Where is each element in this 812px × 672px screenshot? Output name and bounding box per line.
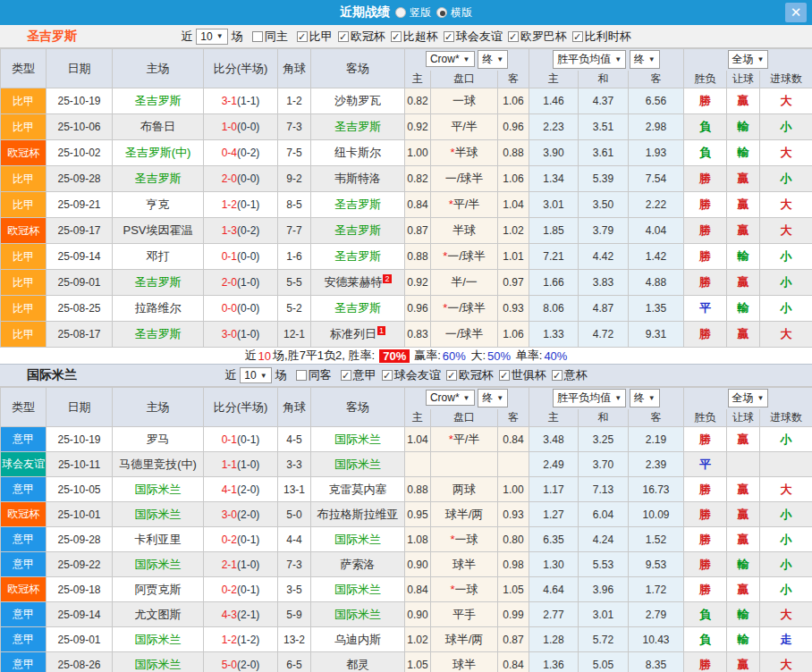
avg-home: 3.01 bbox=[529, 192, 579, 218]
radio-icon[interactable] bbox=[395, 7, 406, 18]
match-date: 25-09-17 bbox=[47, 218, 113, 244]
avg-away: 4.04 bbox=[629, 218, 684, 244]
radio-horizontal-layout[interactable]: 横版 bbox=[436, 5, 472, 21]
home-team-rows: 比甲 25-10-19 圣吉罗斯 3-1(1-1) 1-2 沙勒罗瓦 0.82 … bbox=[1, 88, 812, 348]
league-filters: ✓意甲✓球会友谊✓欧冠杯✓世俱杯✓意杯 bbox=[335, 367, 588, 383]
result-handicap: 贏 bbox=[727, 322, 760, 348]
match-date: 25-10-01 bbox=[47, 502, 113, 527]
result-handicap: 輸 bbox=[727, 296, 760, 322]
odds-away: 0.84 bbox=[498, 427, 529, 452]
avg-home: 1.28 bbox=[529, 627, 579, 652]
avg-stage-select[interactable]: 终▼ bbox=[630, 50, 660, 69]
score: 5-0(2-0) bbox=[204, 652, 278, 672]
avg-away: 1.35 bbox=[629, 296, 684, 322]
avg-select[interactable]: 胜平负均值▼ bbox=[553, 50, 626, 69]
avg-away: 2.22 bbox=[629, 192, 684, 218]
rank-badge: 2 bbox=[383, 274, 391, 283]
bookmaker-select[interactable]: Crow*▼ bbox=[426, 51, 475, 67]
close-icon[interactable]: ✕ bbox=[785, 3, 807, 22]
odds-home: 0.90 bbox=[405, 552, 431, 577]
result-wdl: 勝 bbox=[684, 427, 727, 452]
league-checkbox[interactable]: ✓比超杯 bbox=[391, 29, 438, 45]
match-row: 比甲 25-08-25 拉路维尔 0-0(0-0) 5-2 圣吉罗斯 0.96 … bbox=[1, 296, 812, 322]
result-goals: 小 bbox=[760, 270, 812, 296]
home-team: 圣吉罗斯 bbox=[113, 166, 204, 192]
league-filters: ✓比甲✓欧冠杯✓比超杯✓球会友谊✓欧罗巴杯✓比利时杯 bbox=[292, 29, 631, 45]
title-bar: 近期战绩 竖版 横版 ✕ bbox=[0, 0, 812, 25]
league-badge: 意甲 bbox=[1, 527, 47, 552]
odds-away: 0.88 bbox=[498, 140, 529, 166]
result-handicap: 贏 bbox=[727, 427, 760, 452]
league-badge: 意甲 bbox=[1, 627, 47, 652]
col-corner: 角球 bbox=[278, 388, 311, 427]
col-type: 类型 bbox=[1, 388, 47, 427]
league-checkbox[interactable]: ✓比甲 bbox=[297, 29, 333, 45]
avg-home: 1.33 bbox=[529, 322, 579, 348]
match-row: 欧冠杯 25-10-01 国际米兰 3-0(2-0) 5-0 布拉格斯拉维亚 0… bbox=[1, 502, 812, 527]
same-venue-checkbox[interactable]: 同主 bbox=[252, 29, 288, 45]
match-count-select[interactable]: 10▼ bbox=[240, 367, 271, 383]
corner-score: 7-5 bbox=[278, 140, 311, 166]
result-goals: 大 bbox=[760, 322, 812, 348]
league-checkbox[interactable]: ✓欧冠杯 bbox=[446, 367, 494, 383]
home-team-name: 圣吉罗斯 bbox=[27, 29, 77, 45]
avg-group: 胜平负均值▼ 终▼ bbox=[529, 388, 684, 409]
league-checkbox[interactable]: ✓意杯 bbox=[552, 367, 588, 383]
match-row: 比甲 25-09-28 圣吉罗斯 2-0(0-0) 9-2 韦斯特洛 0.82 … bbox=[1, 166, 812, 192]
handicap: 半/一 bbox=[431, 270, 498, 296]
match-row: 意甲 25-08-26 国际米兰 5-0(2-0) 6-5 都灵 1.05 球半… bbox=[1, 652, 812, 672]
col-let-ball: 让球 bbox=[727, 409, 760, 427]
match-count-select[interactable]: 10▼ bbox=[196, 29, 227, 45]
result-wdl: 勝 bbox=[684, 652, 727, 672]
avg-draw: 7.13 bbox=[579, 477, 629, 502]
col-corner: 角球 bbox=[278, 49, 311, 88]
league-checkbox[interactable]: ✓欧罗巴杯 bbox=[508, 29, 567, 45]
home-team: 布鲁日 bbox=[113, 114, 204, 140]
away-team-filter-row: 国际米兰 近 10▼ 场 同客 ✓意甲✓球会友谊✓欧冠杯✓世俱杯✓意杯 bbox=[0, 364, 812, 387]
odds-stage-select[interactable]: 终▼ bbox=[478, 389, 508, 407]
match-date: 25-09-28 bbox=[47, 166, 113, 192]
league-checkbox[interactable]: ✓欧冠杯 bbox=[338, 29, 385, 45]
bookmaker-group: Crow*▼ 终▼ bbox=[405, 49, 529, 71]
corner-score: 7-7 bbox=[278, 218, 311, 244]
scope-select[interactable]: 全场▼ bbox=[728, 50, 769, 69]
odds-stage-select[interactable]: 终▼ bbox=[478, 50, 508, 69]
avg-draw: 5.72 bbox=[579, 627, 629, 652]
radio-selected-icon[interactable] bbox=[436, 7, 447, 18]
league-checkbox[interactable]: ✓球会友谊 bbox=[382, 367, 441, 383]
scope-group: 全场▼ bbox=[684, 388, 812, 409]
scope-select[interactable]: 全场▼ bbox=[728, 389, 769, 407]
avg-select[interactable]: 胜平负均值▼ bbox=[553, 389, 626, 407]
col-avg-away: 客 bbox=[629, 409, 684, 427]
odds-home: 0.95 bbox=[405, 502, 431, 527]
col-odds-away: 客 bbox=[498, 71, 529, 88]
same-venue-checkbox[interactable]: 同客 bbox=[296, 367, 332, 383]
league-checkbox[interactable]: ✓世俱杯 bbox=[499, 367, 546, 383]
league-checkbox[interactable]: ✓球会友谊 bbox=[444, 29, 503, 45]
odds-away: 1.05 bbox=[498, 577, 529, 602]
avg-away: 10.43 bbox=[629, 627, 684, 652]
result-wdl: 平 bbox=[684, 452, 727, 477]
bookmaker-select[interactable]: Crow*▼ bbox=[426, 390, 475, 406]
odds-away: 0.93 bbox=[498, 502, 529, 527]
score: 2-0(0-0) bbox=[204, 166, 278, 192]
col-away: 客场 bbox=[311, 388, 405, 427]
odds-home: 0.96 bbox=[405, 296, 431, 322]
odds-away: 0.80 bbox=[498, 527, 529, 552]
home-team: 国际米兰 bbox=[113, 652, 204, 672]
league-badge: 意甲 bbox=[1, 552, 47, 577]
away-team: 国际米兰 bbox=[311, 602, 405, 627]
match-date: 25-10-11 bbox=[47, 452, 113, 477]
away-team: 标准列日1 bbox=[311, 322, 405, 348]
league-checkbox[interactable]: ✓比利时杯 bbox=[572, 29, 631, 45]
league-badge: 欧冠杯 bbox=[1, 502, 47, 527]
result-goals: 小 bbox=[760, 244, 812, 270]
col-result: 胜负 bbox=[684, 71, 727, 88]
avg-draw: 3.61 bbox=[579, 140, 629, 166]
league-checkbox[interactable]: ✓意甲 bbox=[341, 367, 376, 383]
avg-stage-select[interactable]: 终▼ bbox=[630, 389, 660, 407]
result-handicap: 贏 bbox=[727, 270, 760, 296]
league-badge: 比甲 bbox=[1, 88, 47, 114]
handicap: *一/球半 bbox=[431, 244, 498, 270]
radio-vertical-layout[interactable]: 竖版 bbox=[395, 5, 431, 21]
